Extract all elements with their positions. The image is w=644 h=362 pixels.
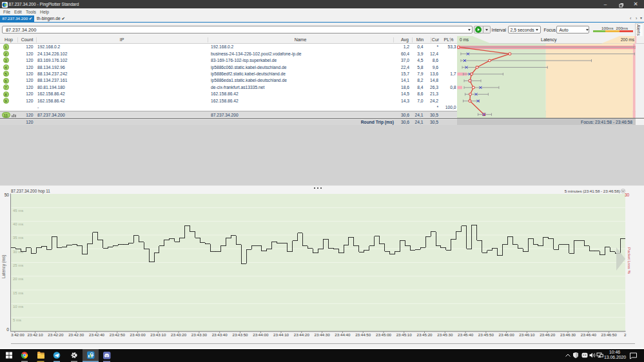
svg-text:23:43:50: 23:43:50	[232, 332, 248, 337]
svg-text:30: 30	[625, 193, 630, 197]
svg-text:23:45:20: 23:45:20	[416, 332, 433, 337]
svg-text:45 ms: 45 ms	[13, 209, 23, 213]
svg-text:23:46:00: 23:46:00	[499, 332, 515, 337]
svg-text:23:42:40: 23:42:40	[89, 332, 105, 337]
svg-text:23:45:00: 23:45:00	[376, 332, 392, 337]
svg-text:23:43:20: 23:43:20	[171, 332, 187, 337]
svg-text:35 ms: 35 ms	[13, 236, 23, 240]
svg-text:23:45:40: 23:45:40	[458, 332, 474, 337]
svg-text:23:44:00: 23:44:00	[253, 332, 269, 337]
svg-text:Latency: Latency	[541, 37, 557, 43]
svg-text:5 minutes (23:41:58 - 23:46:58: 5 minutes (23:41:58 - 23:46:58)	[565, 189, 620, 193]
svg-text:23:43:00: 23:43:00	[130, 332, 146, 337]
svg-text:23:46:50: 23:46:50	[601, 332, 618, 337]
svg-text:10:46: 10:46	[609, 350, 620, 354]
svg-text:23:42:50: 23:42:50	[110, 332, 126, 337]
svg-text:23:46:30: 23:46:30	[560, 332, 576, 337]
svg-text:23:45:30: 23:45:30	[437, 332, 453, 337]
svg-text:23:42:20: 23:42:20	[48, 332, 64, 337]
svg-text:23:43:30: 23:43:30	[191, 332, 208, 337]
svg-text:23:44:30: 23:44:30	[315, 332, 331, 337]
svg-text:10 ms: 10 ms	[13, 305, 23, 309]
svg-text:5 ms: 5 ms	[13, 318, 21, 322]
svg-text:13.06.2020: 13.06.2020	[604, 355, 626, 359]
svg-text:0: 0	[6, 327, 9, 332]
svg-text:23:44:50: 23:44:50	[355, 332, 371, 337]
svg-text:23:42:10: 23:42:10	[28, 332, 44, 337]
svg-text:20 ms: 20 ms	[13, 277, 23, 281]
svg-text:Packet Loss %: Packet Loss %	[627, 247, 632, 274]
svg-text:23:42:30: 23:42:30	[68, 332, 84, 337]
svg-text:Latency (ms): Latency (ms)	[1, 255, 6, 278]
svg-text:2: 2	[624, 332, 627, 337]
svg-text:3:42:00: 3:42:00	[11, 332, 24, 337]
svg-text:23:45:10: 23:45:10	[396, 332, 413, 337]
svg-text:40 ms: 40 ms	[13, 222, 23, 226]
svg-text:15 ms: 15 ms	[13, 291, 23, 295]
svg-text:23:44:20: 23:44:20	[294, 332, 310, 337]
svg-text:23:44:40: 23:44:40	[335, 332, 351, 337]
svg-text:87.237.34.200 hop 11: 87.237.34.200 hop 11	[11, 189, 50, 194]
svg-text:0 ms: 0 ms	[460, 37, 469, 42]
svg-text:23:46:40: 23:46:40	[581, 332, 597, 337]
svg-text:25 ms: 25 ms	[13, 263, 23, 267]
svg-text:23:43:10: 23:43:10	[150, 332, 166, 337]
svg-text:23:45:50: 23:45:50	[478, 332, 494, 337]
svg-text:50: 50	[5, 193, 10, 197]
svg-text:23:46:20: 23:46:20	[540, 332, 556, 337]
svg-text:23:43:40: 23:43:40	[212, 332, 228, 337]
svg-text:23:46:10: 23:46:10	[519, 332, 535, 337]
svg-text:23:44:10: 23:44:10	[273, 332, 289, 337]
svg-text:200 ms: 200 ms	[620, 37, 634, 42]
